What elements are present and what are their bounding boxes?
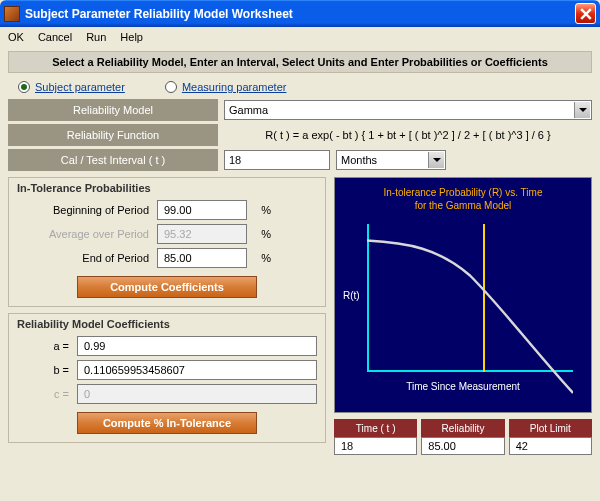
input-coef-a[interactable]: 0.99 [77, 336, 317, 356]
readout-reliability-value: 85.00 [421, 437, 504, 455]
menu-ok[interactable]: OK [8, 31, 24, 43]
title-bar: Subject Parameter Reliability Model Work… [0, 0, 600, 27]
label-coef-a: a = [17, 340, 77, 352]
input-coef-c: 0 [77, 384, 317, 404]
radio-measuring-parameter[interactable]: Measuring parameter [165, 81, 287, 93]
select-value: Gamma [229, 104, 268, 116]
reliability-function-text: R( t ) = a exp( - bt ) { 1 + bt + [ ( bt… [224, 129, 592, 141]
row-interval: Cal / Test Interval ( t ) 18 Months [8, 149, 592, 171]
menu-run[interactable]: Run [86, 31, 106, 43]
label-coef-b: b = [17, 364, 77, 376]
radio-measuring-label: Measuring parameter [182, 81, 287, 93]
plot-y-label: R(t) [343, 290, 360, 301]
label-begin-period: Beginning of Period [17, 204, 157, 216]
compute-pct-intolerance-button[interactable]: Compute % In-Tolerance [77, 412, 257, 434]
group-title: In-Tolerance Probabilities [17, 182, 317, 194]
menu-bar: OK Cancel Run Help [0, 27, 600, 47]
select-value: Months [341, 154, 377, 166]
percent-label: % [247, 228, 271, 240]
row-reliability-model: Reliability Model Gamma [8, 99, 592, 121]
input-coef-b[interactable]: 0.110659953458607 [77, 360, 317, 380]
close-icon [580, 8, 592, 20]
readout-time-value: 18 [334, 437, 417, 455]
menu-cancel[interactable]: Cancel [38, 31, 72, 43]
radio-dot-icon [165, 81, 177, 93]
compute-coefficients-button[interactable]: Compute Coefficients [77, 276, 257, 298]
percent-label: % [247, 252, 271, 264]
label-reliability-function: Reliability Function [8, 124, 218, 146]
menu-help[interactable]: Help [120, 31, 143, 43]
chevron-down-icon [428, 152, 444, 168]
chevron-down-icon [574, 102, 590, 118]
label-interval: Cal / Test Interval ( t ) [8, 149, 218, 171]
mode-radio-group: Subject parameter Measuring parameter [8, 77, 592, 99]
label-avg-period: Average over Period [17, 228, 157, 240]
label-end-period: End of Period [17, 252, 157, 264]
input-avg-probability: 95.32 [157, 224, 247, 244]
group-title: Reliability Model Coefficients [17, 318, 317, 330]
label-coef-c: c = [17, 388, 77, 400]
plot-title: In-tolerance Probability (R) vs. Time fo… [335, 178, 591, 212]
readout-plotlimit-value: 42 [509, 437, 592, 455]
group-model-coefficients: Reliability Model Coefficients a = 0.99 … [8, 313, 326, 443]
select-interval-units[interactable]: Months [336, 150, 446, 170]
instruction-text: Select a Reliability Model, Enter an Int… [8, 51, 592, 73]
radio-subject-parameter[interactable]: Subject parameter [18, 81, 125, 93]
group-in-tolerance-probabilities: In-Tolerance Probabilities Beginning of … [8, 177, 326, 307]
plot-curve [367, 224, 573, 430]
radio-subject-label: Subject parameter [35, 81, 125, 93]
plot-x-label: Time Since Measurement [335, 381, 591, 392]
close-button[interactable] [575, 3, 596, 24]
radio-dot-icon [18, 81, 30, 93]
select-reliability-model[interactable]: Gamma [224, 100, 592, 120]
window-title: Subject Parameter Reliability Model Work… [25, 7, 575, 21]
app-icon [4, 6, 20, 22]
row-reliability-function: Reliability Function R( t ) = a exp( - b… [8, 124, 592, 146]
percent-label: % [247, 204, 271, 216]
input-interval-value[interactable]: 18 [224, 150, 330, 170]
main-panel: Select a Reliability Model, Enter an Int… [0, 47, 600, 463]
label-reliability-model: Reliability Model [8, 99, 218, 121]
reliability-plot: In-tolerance Probability (R) vs. Time fo… [334, 177, 592, 413]
input-end-probability[interactable]: 85.00 [157, 248, 247, 268]
input-begin-probability[interactable]: 99.00 [157, 200, 247, 220]
